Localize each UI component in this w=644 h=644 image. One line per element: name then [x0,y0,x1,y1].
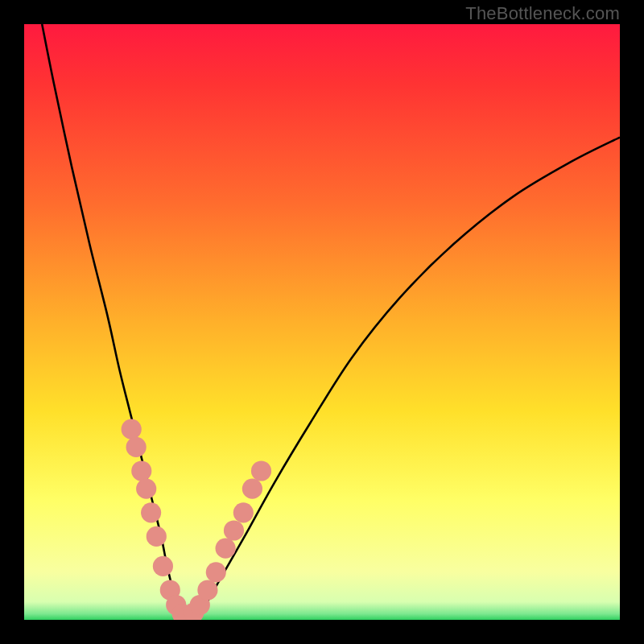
bead-marker [206,562,226,582]
bead-marker [251,460,271,481]
bead-marker [147,526,167,547]
bead-markers [122,419,271,620]
bead-marker [184,603,204,620]
bead-marker [131,460,151,481]
bead-marker [197,580,217,600]
bead-marker [190,595,210,615]
bead-marker [136,479,156,499]
chart-svg-layer [24,24,620,620]
bead-marker [172,604,192,620]
bead-marker [233,502,254,522]
bead-marker [153,556,173,576]
bottleneck-curve-line [42,24,620,617]
bead-marker [178,606,198,620]
chart-frame: TheBottleneck.com [0,0,644,644]
watermark-text: TheBottleneck.com [465,3,620,24]
bead-marker [122,419,142,440]
bead-marker [141,502,161,522]
bead-marker [216,539,236,559]
bead-marker [242,479,262,499]
bead-marker [224,520,244,540]
bead-marker [166,595,186,615]
bead-marker [160,580,180,600]
chart-plot-area [24,24,620,620]
bead-marker [126,437,147,457]
